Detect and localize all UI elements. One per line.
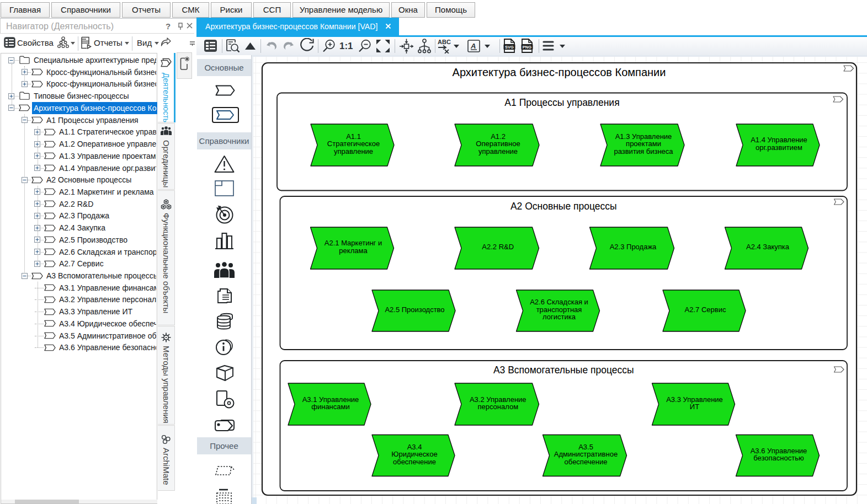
svg-text:обеспечение: обеспечение: [565, 458, 608, 466]
svg-text:развития бизнеса: развития бизнеса: [614, 147, 673, 156]
svg-text:А2.7 Сервис: А2.7 Сервис: [685, 305, 726, 314]
svg-text:Архитектура бизнес-процессов К: Архитектура бизнес-процессов Компании: [453, 66, 666, 78]
svg-text:логистика: логистика: [542, 313, 576, 321]
svg-text:А2.3 Продажа: А2.3 Продажа: [610, 243, 657, 251]
svg-text:управление: управление: [334, 147, 373, 156]
svg-text:управление: управление: [478, 147, 518, 156]
svg-text:реклама: реклама: [339, 246, 368, 255]
svg-text:А2 Основные процессы: А2 Основные процессы: [510, 201, 617, 212]
svg-text:A: A: [470, 42, 476, 50]
svg-text:SVG: SVG: [505, 45, 514, 50]
svg-text:финансами: финансами: [311, 403, 349, 411]
svg-text:А2.5 Произодство: А2.5 Произодство: [385, 305, 444, 314]
svg-text:PNG: PNG: [523, 45, 531, 50]
svg-text:обеспечение: обеспечение: [393, 458, 436, 466]
svg-text:А2.4 Закупка: А2.4 Закупка: [746, 243, 790, 251]
svg-text:А3 Вспомогательные процессы: А3 Вспомогательные процессы: [493, 364, 634, 376]
svg-text:А2.2 R&D: А2.2 R&D: [482, 243, 514, 251]
svg-text:орг.развитием: орг.развитием: [756, 143, 802, 152]
svg-text:безопасностью: безопасностью: [753, 454, 804, 462]
svg-text:А1 Процессы управления: А1 Процессы управления: [504, 97, 619, 108]
svg-text:ИТ: ИТ: [690, 403, 699, 411]
svg-text:ABC: ABC: [438, 39, 451, 45]
svg-text:персоналом: персоналом: [477, 403, 518, 411]
